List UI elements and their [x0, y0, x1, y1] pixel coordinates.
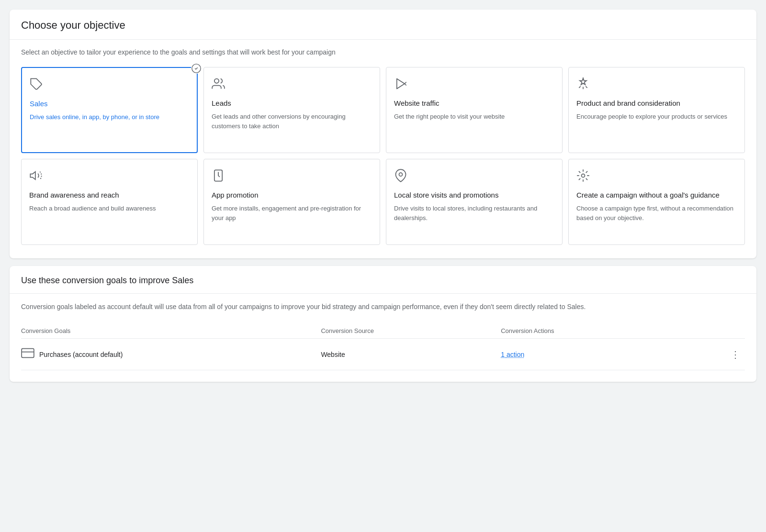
purchases-label: Purchases (account default) [39, 351, 123, 358]
website-traffic-icon [394, 77, 409, 92]
card-body: Select an objective to tailor your exper… [10, 40, 756, 258]
objective-card-container: Choose your objective Select an objectiv… [10, 10, 756, 258]
page-subtitle: Select an objective to tailor your exper… [21, 47, 745, 57]
table-header: Conversion Goals Conversion Source Conve… [21, 323, 745, 339]
local-store-title: Local store visits and promotions [394, 190, 554, 200]
action-label: action [507, 351, 524, 358]
svg-marker-5 [30, 172, 35, 179]
svg-rect-10 [22, 349, 34, 358]
conversion-card-header: Use these conversion goals to improve Sa… [10, 266, 756, 294]
action-count: 1 [501, 351, 505, 358]
app-promotion-title: App promotion [212, 190, 372, 200]
conversion-card-body: Conversion goals labeled as account defa… [10, 294, 756, 382]
page-title: Choose your objective [21, 19, 745, 32]
sales-desc: Drive sales online, in app, by phone, or… [30, 112, 189, 122]
product-brand-title: Product and brand consideration [576, 98, 737, 108]
svg-point-9 [582, 174, 585, 177]
local-store-desc: Drive visits to local stores, including … [394, 204, 554, 222]
col-header-actions: Conversion Actions [501, 327, 726, 334]
no-goal-title: Create a campaign without a goal's guida… [576, 190, 737, 200]
objectives-grid: Sales Drive sales online, in app, by pho… [21, 67, 745, 245]
objective-brand-awareness[interactable]: Brand awareness and reach Reach a broad … [21, 159, 198, 245]
selected-check-icon [191, 63, 202, 74]
product-brand-icon [576, 77, 592, 92]
website-traffic-desc: Get the right people to visit your websi… [394, 112, 554, 122]
source-cell: Website [321, 351, 501, 358]
objective-sales[interactable]: Sales Drive sales online, in app, by pho… [21, 67, 198, 153]
credit-card-icon [21, 346, 34, 362]
purchases-name: Purchases [39, 351, 71, 358]
card-header: Choose your objective [10, 10, 756, 40]
product-brand-desc: Encourage people to explore your product… [576, 112, 737, 122]
objective-website-traffic[interactable]: Website traffic Get the right people to … [386, 67, 563, 153]
conversion-description: Conversion goals labeled as account defa… [21, 301, 745, 312]
more-options-button[interactable]: ⋮ [726, 349, 745, 360]
conversion-goals-card: Use these conversion goals to improve Sa… [10, 266, 756, 382]
local-store-icon [394, 169, 409, 184]
objective-leads[interactable]: Leads Get leads and other conversions by… [203, 67, 380, 153]
conversion-title: Use these conversion goals to improve Sa… [21, 276, 745, 286]
app-promotion-desc: Get more installs, engagement and pre-re… [212, 204, 372, 222]
svg-point-8 [399, 173, 403, 176]
purchases-cell: Purchases (account default) [21, 346, 321, 362]
col-header-goals: Conversion Goals [21, 327, 321, 334]
leads-desc: Get leads and other conversions by encou… [212, 112, 372, 131]
no-goal-icon [576, 169, 592, 184]
objective-local-store[interactable]: Local store visits and promotions Drive … [386, 159, 563, 245]
no-goal-desc: Choose a campaign type first, without a … [576, 204, 737, 222]
table-row: Purchases (account default) Website 1 ac… [21, 339, 745, 370]
objective-product-brand[interactable]: Product and brand consideration Encourag… [568, 67, 745, 153]
action-count-link[interactable]: 1 action [501, 351, 524, 358]
brand-awareness-title: Brand awareness and reach [29, 190, 190, 200]
leads-title: Leads [212, 98, 372, 108]
brand-awareness-icon [29, 169, 45, 184]
objective-app-promotion[interactable]: App promotion Get more installs, engagem… [203, 159, 380, 245]
leads-icon [212, 77, 227, 92]
svg-point-2 [214, 79, 219, 83]
objective-no-goal[interactable]: Create a campaign without a goal's guida… [568, 159, 745, 245]
sales-title: Sales [30, 99, 189, 109]
actions-cell: 1 action [501, 351, 726, 358]
col-header-source: Conversion Source [321, 327, 501, 334]
col-header-menu [726, 327, 745, 334]
account-default-badge: (account default) [73, 351, 123, 358]
app-promotion-icon [212, 169, 227, 184]
brand-awareness-desc: Reach a broad audience and build awarene… [29, 204, 190, 213]
website-traffic-title: Website traffic [394, 98, 554, 108]
svg-line-4 [405, 84, 406, 86]
sales-icon [30, 78, 45, 93]
